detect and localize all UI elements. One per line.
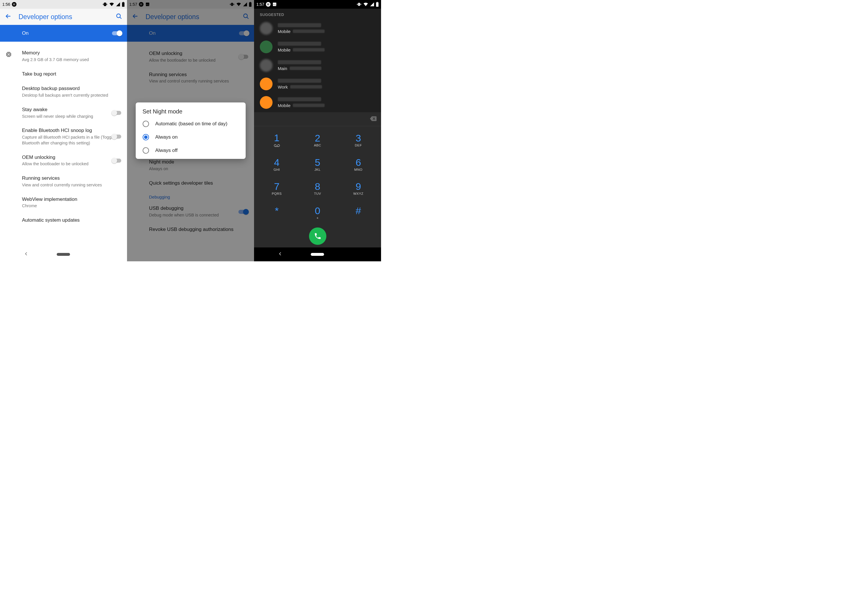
setting-row[interactable]: Enable Bluetooth HCI snoop logCapture al…	[0, 123, 127, 150]
setting-row[interactable]: Stay awakeScreen will never sleep while …	[0, 102, 127, 124]
dialpad-letters: GHI	[274, 168, 280, 171]
page-title: Developer options	[19, 13, 72, 21]
back-icon[interactable]	[4, 13, 12, 21]
svg-rect-17	[377, 2, 378, 3]
dialpad-key[interactable]: 1	[256, 128, 297, 152]
master-switch-label: On	[22, 30, 29, 36]
contact-row[interactable]: Main	[254, 56, 381, 75]
contact-number-redacted	[290, 85, 322, 89]
vibrate-icon	[102, 2, 108, 7]
toggle[interactable]	[111, 110, 122, 116]
dialpad-key[interactable]: 8TUV	[297, 177, 338, 201]
contact-type: Mobile	[278, 103, 291, 108]
setting-primary: WebView implementation	[22, 196, 123, 203]
contact-name-redacted	[278, 42, 321, 46]
radio-option[interactable]: Always on	[136, 130, 246, 144]
contact-row[interactable]: Mobile	[254, 19, 381, 38]
dialpad-key[interactable]: #	[338, 201, 379, 225]
contact-row[interactable]: Mobile	[254, 38, 381, 56]
dialpad-key[interactable]: 3DEF	[338, 128, 379, 152]
status-clock: 1:57	[256, 2, 264, 7]
setting-row[interactable]: Desktop backup passwordDesktop full back…	[0, 81, 127, 102]
setting-row[interactable]: Take bug report	[0, 67, 127, 81]
setting-secondary: Allow the bootloader to be unlocked	[22, 161, 123, 167]
nav-back-icon[interactable]	[5, 251, 47, 258]
image-icon	[272, 2, 277, 7]
dialog-title: Set Night mode	[136, 108, 246, 117]
nav-home-pill[interactable]	[57, 253, 70, 256]
contact-number-redacted	[293, 48, 325, 52]
dialpad-digit: 0	[315, 206, 320, 216]
nav-back-icon[interactable]	[259, 251, 301, 258]
radio-label: Always on	[155, 134, 178, 140]
contact-row[interactable]: Work	[254, 75, 381, 93]
contact-row[interactable]: Mobile	[254, 93, 381, 112]
dialpad-key[interactable]: *	[256, 201, 297, 225]
toggle[interactable]	[111, 158, 122, 164]
dial-input-row	[254, 112, 381, 126]
app-bar: Developer options	[0, 9, 127, 25]
screenshot-night-mode-dialog: 1:57 Developer options On	[127, 0, 254, 261]
screenshot-developer-options: 1:56 Developer options On MemoryAvg 2.9 …	[0, 0, 127, 261]
dialpad-letters: +	[316, 216, 319, 220]
dialpad-letters: JKL	[314, 168, 320, 171]
system-nav-bar	[254, 247, 381, 261]
svg-rect-1	[104, 3, 106, 6]
avatar	[260, 78, 273, 90]
dialog-scrim[interactable]: Set Night mode Automatic (based on time …	[127, 0, 254, 261]
dialpad-letters: WXYZ	[353, 192, 363, 195]
setting-primary: Memory	[22, 50, 123, 56]
setting-row[interactable]: OEM unlockingAllow the bootloader to be …	[0, 150, 127, 171]
dialpad-key[interactable]: 2ABC	[297, 128, 338, 152]
radio-label: Always off	[155, 147, 178, 154]
radio-option[interactable]: Automatic (based on time of day)	[136, 117, 246, 130]
dialpad-key[interactable]: 9WXYZ	[338, 177, 379, 201]
svg-rect-14	[273, 3, 276, 6]
dialpad-letters: MNO	[354, 168, 362, 171]
dialpad-key[interactable]: 4GHI	[256, 152, 297, 177]
setting-primary: Take bug report	[22, 71, 123, 78]
contact-type: Mobile	[278, 47, 291, 52]
dialpad-key[interactable]: 5JKL	[297, 152, 338, 177]
setting-row[interactable]: MemoryAvg 2.9 GB of 3.7 GB memory used	[0, 46, 127, 67]
spotify-icon	[266, 2, 270, 7]
settings-list[interactable]: MemoryAvg 2.9 GB of 3.7 GB memory usedTa…	[0, 42, 127, 247]
contact-type: Mobile	[278, 29, 291, 34]
dialpad-digit: *	[275, 206, 279, 216]
setting-row[interactable]: Automatic system updates	[0, 213, 127, 228]
svg-point-18	[274, 145, 276, 146]
setting-row[interactable]: Running servicesView and control current…	[0, 171, 127, 192]
master-toggle[interactable]	[112, 30, 123, 36]
radio-option[interactable]: Always off	[136, 144, 246, 157]
dialpad-area: 12ABC3DEF4GHI5JKL6MNO7PQRS8TUV9WXYZ*0+#	[254, 112, 381, 247]
dialpad-key[interactable]: 7PQRS	[256, 177, 297, 201]
call-button[interactable]	[309, 227, 326, 245]
setting-row[interactable]: WebView implementationChrome	[0, 192, 127, 213]
dialpad-digit: 6	[356, 157, 361, 167]
dialpad-letters: TUV	[314, 192, 321, 195]
radio-icon	[143, 121, 149, 127]
search-icon[interactable]	[115, 13, 123, 21]
dialpad-key[interactable]: 0+	[297, 201, 338, 225]
svg-rect-5	[7, 53, 10, 56]
dialpad-key[interactable]: 6MNO	[338, 152, 379, 177]
master-switch-row[interactable]: On	[0, 25, 127, 42]
nav-home-pill[interactable]	[311, 253, 324, 256]
dialpad-digit: 9	[356, 182, 361, 191]
dialpad-letters: ABC	[314, 143, 321, 147]
setting-secondary: Screen will never sleep while charging	[22, 114, 123, 120]
screenshot-dialer: 1:57 SUGGESTED MobileMobileMainWorkMobil…	[254, 0, 381, 261]
setting-primary: OEM unlocking	[22, 154, 123, 161]
avatar	[260, 59, 273, 72]
avatar	[260, 40, 273, 53]
cell-signal-icon	[370, 2, 374, 7]
svg-rect-6	[8, 53, 10, 55]
suggested-contacts: MobileMobileMainWorkMobile	[254, 19, 381, 112]
dialpad-digit: 8	[315, 182, 320, 191]
backspace-icon[interactable]	[369, 116, 377, 123]
svg-rect-15	[358, 3, 360, 6]
toggle[interactable]	[111, 134, 122, 139]
contact-type: Main	[278, 66, 287, 71]
setting-secondary: Capture all Bluetooth HCI packets in a f…	[22, 134, 123, 146]
svg-point-19	[278, 145, 279, 146]
